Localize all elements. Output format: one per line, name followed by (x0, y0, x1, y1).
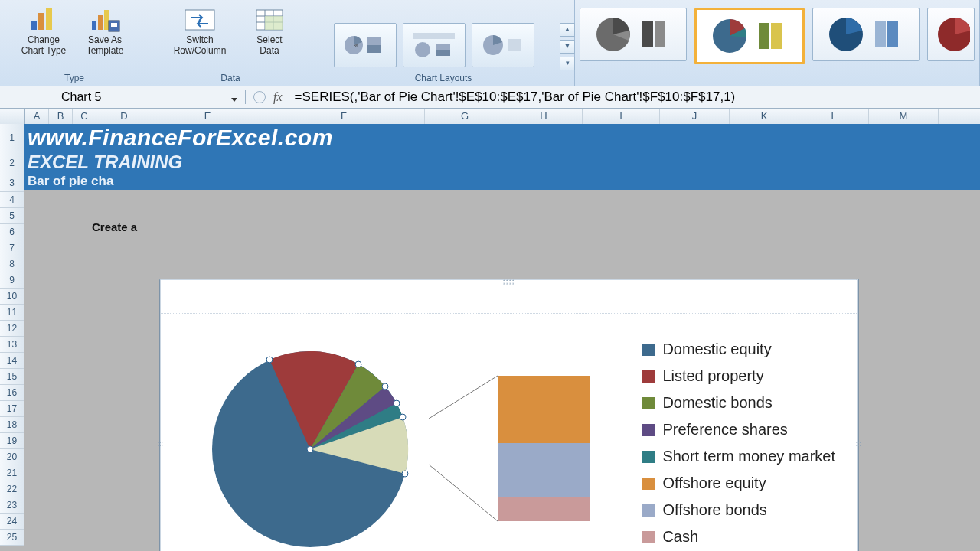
chart-object[interactable]: ፧፧፧፧ ፧፧፧፧ ፧፧ ፧፧ (159, 279, 859, 551)
chart-layout-1[interactable]: % (334, 23, 397, 67)
row-header[interactable]: 15 (0, 369, 24, 385)
legend-item[interactable]: Listed property (642, 363, 835, 390)
formula-input[interactable] (293, 89, 980, 106)
svg-point-20 (415, 42, 430, 57)
svg-rect-3 (92, 21, 96, 30)
row-header[interactable]: 23 (0, 497, 24, 514)
layouts-scroll-down[interactable]: ▼ (560, 40, 575, 54)
column-header[interactable]: J (660, 109, 730, 124)
row-header[interactable]: 25 (0, 530, 24, 546)
legend-label: Offshore bonds (662, 501, 766, 519)
legend-item[interactable]: Short term money market (642, 443, 835, 470)
svg-rect-19 (413, 33, 455, 39)
column-header[interactable]: B (49, 109, 73, 124)
chart-style-colorful[interactable] (694, 8, 805, 64)
row-header[interactable]: 2 (0, 152, 24, 174)
chart-layout-2[interactable] (403, 23, 466, 67)
chart-layout-3[interactable] (472, 23, 534, 67)
chart-legend[interactable]: Domestic equity Listed property Domestic… (642, 336, 835, 550)
name-box-value: Chart 5 (61, 90, 101, 104)
legend-item[interactable]: Preference shares (642, 416, 835, 443)
row-header[interactable]: 9 (0, 272, 24, 289)
row-header[interactable]: 1 (0, 124, 24, 152)
column-header[interactable]: C (73, 109, 96, 124)
column-header[interactable]: L (799, 109, 869, 124)
row-header[interactable]: 4 (0, 192, 24, 208)
row-header[interactable]: 6 (0, 224, 24, 240)
name-box-dropdown-icon[interactable] (230, 95, 239, 104)
chart-top-grip[interactable]: ፧፧፧፧ (503, 278, 515, 287)
legend-item[interactable]: Offshore bonds (642, 497, 835, 523)
chart-style-red[interactable] (927, 8, 975, 61)
type-group-label: Type (64, 70, 84, 86)
column-header[interactable]: M (869, 109, 939, 124)
chart-right-grip[interactable]: ፧፧ (854, 442, 863, 448)
svg-point-23 (483, 35, 503, 55)
column-header[interactable]: I (583, 109, 660, 124)
svg-point-15 (345, 36, 363, 54)
legend-label: Offshore equity (662, 474, 766, 492)
chart-handle-ne[interactable]: ⋰ (851, 278, 860, 286)
chart-left-grip[interactable]: ፧፧ (155, 442, 165, 448)
data-group-label: Data (220, 70, 240, 86)
column-header[interactable]: E (152, 109, 263, 124)
legend-item[interactable]: Cash (642, 523, 835, 550)
svg-rect-7 (111, 23, 117, 27)
change-chart-type-button[interactable]: Change Chart Type (13, 3, 74, 70)
svg-rect-45 (498, 376, 590, 443)
cancel-icon[interactable] (253, 91, 266, 103)
chart-style-gray[interactable] (580, 8, 687, 61)
bar-of-pie-plot[interactable] (172, 319, 613, 551)
select-data-button[interactable]: Select Data (239, 3, 300, 70)
ribbon: Change Chart Type Save As Template Type … (0, 0, 980, 86)
row-header[interactable]: 20 (0, 449, 24, 465)
row-header[interactable]: 11 (0, 305, 24, 321)
legend-label: Listed property (662, 367, 763, 385)
select-all-corner[interactable] (0, 109, 25, 124)
svg-text:%: % (354, 43, 358, 48)
save-template-icon (87, 7, 122, 33)
row-header[interactable]: 19 (0, 433, 24, 449)
legend-item[interactable]: Domestic equity (642, 336, 835, 363)
row-header[interactable]: 18 (0, 417, 24, 433)
row-header[interactable]: 7 (0, 240, 24, 256)
ribbon-group-styles (575, 0, 980, 86)
column-header[interactable]: A (25, 109, 49, 124)
legend-swatch (642, 344, 655, 356)
svg-point-42 (400, 414, 406, 420)
svg-point-38 (266, 357, 273, 363)
column-header[interactable]: F (263, 109, 425, 124)
legend-item[interactable]: Domestic bonds (642, 390, 835, 416)
switch-row-column-button[interactable]: Switch Row/Column (161, 3, 239, 70)
legend-item[interactable]: Offshore equity (642, 470, 835, 497)
formula-bar: Chart 5 fx (0, 86, 980, 109)
row-header[interactable]: 22 (0, 481, 24, 497)
column-header[interactable]: D (96, 109, 152, 124)
banner-title: EXCEL TRAINING (24, 152, 980, 173)
row-header[interactable]: 3 (0, 174, 24, 192)
svg-rect-33 (887, 21, 898, 47)
chart-style-blue[interactable] (812, 8, 920, 61)
column-header[interactable]: H (505, 109, 583, 124)
column-header[interactable]: K (730, 109, 799, 124)
column-header[interactable]: G (425, 109, 505, 124)
row-header[interactable]: 12 (0, 321, 24, 337)
row-header[interactable]: 17 (0, 401, 24, 417)
name-box[interactable]: Chart 5 (0, 90, 246, 104)
row-header[interactable]: 10 (0, 289, 24, 305)
row-header[interactable]: 16 (0, 385, 24, 401)
row-header[interactable]: 21 (0, 465, 24, 481)
legend-label: Domestic bonds (662, 394, 772, 412)
fx-icon[interactable]: fx (273, 90, 283, 104)
row-header[interactable]: 13 (0, 337, 24, 353)
layouts-more[interactable]: ▾ (560, 57, 575, 70)
row-header[interactable]: 14 (0, 353, 24, 369)
row-header[interactable]: 5 (0, 208, 24, 224)
chart-handle-nw[interactable]: ⋱ (158, 278, 168, 286)
legend-label: Short term money market (662, 448, 835, 465)
save-as-template-button[interactable]: Save As Template (74, 3, 136, 70)
svg-rect-5 (104, 10, 109, 30)
row-header[interactable]: 8 (0, 256, 24, 272)
layouts-scroll-up[interactable]: ▲ (560, 23, 575, 37)
row-header[interactable]: 24 (0, 514, 24, 530)
